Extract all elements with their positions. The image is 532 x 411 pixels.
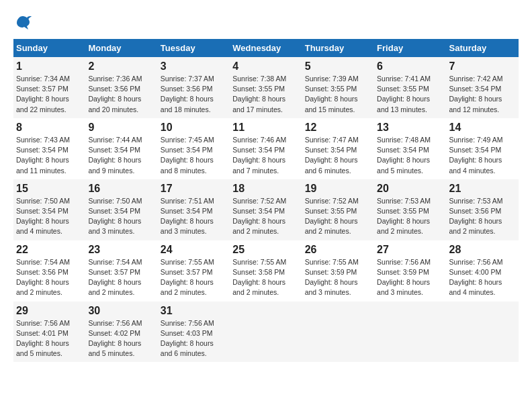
logo	[13, 13, 35, 32]
calendar-table: SundayMondayTuesdayWednesdayThursdayFrid…	[13, 39, 519, 362]
day-info: Sunrise: 7:48 AM Sunset: 3:54 PM Dayligh…	[377, 135, 443, 176]
day-number: 4	[232, 60, 299, 73]
day-number: 26	[305, 244, 371, 256]
day-info: Sunrise: 7:56 AM Sunset: 4:03 PM Dayligh…	[161, 318, 227, 359]
day-number: 20	[377, 183, 443, 195]
calendar-week-4: 22Sunrise: 7:54 AM Sunset: 3:56 PM Dayli…	[13, 240, 519, 302]
weekday-header-tuesday: Tuesday	[158, 39, 230, 57]
calendar-cell	[447, 302, 519, 363]
day-info: Sunrise: 7:51 AM Sunset: 3:54 PM Dayligh…	[161, 196, 227, 237]
day-number: 10	[161, 122, 227, 134]
weekday-header-friday: Friday	[374, 39, 446, 57]
calendar-cell	[230, 302, 302, 363]
calendar-cell: 2Sunrise: 7:36 AM Sunset: 3:56 PM Daylig…	[85, 57, 157, 118]
day-number: 2	[88, 60, 154, 73]
day-number: 23	[88, 244, 154, 256]
day-number: 25	[232, 244, 299, 256]
calendar-cell: 18Sunrise: 7:52 AM Sunset: 3:54 PM Dayli…	[230, 179, 302, 240]
calendar-cell: 23Sunrise: 7:54 AM Sunset: 3:57 PM Dayli…	[85, 240, 157, 302]
day-number: 31	[161, 305, 227, 317]
day-number: 28	[449, 244, 516, 256]
calendar-cell: 19Sunrise: 7:52 AM Sunset: 3:55 PM Dayli…	[302, 179, 374, 240]
weekday-header-sunday: Sunday	[13, 39, 85, 57]
day-info: Sunrise: 7:37 AM Sunset: 3:56 PM Dayligh…	[161, 74, 227, 115]
day-number: 16	[88, 183, 154, 195]
calendar-cell: 25Sunrise: 7:55 AM Sunset: 3:58 PM Dayli…	[230, 240, 302, 302]
calendar-cell: 13Sunrise: 7:48 AM Sunset: 3:54 PM Dayli…	[374, 118, 446, 179]
calendar-cell: 24Sunrise: 7:55 AM Sunset: 3:57 PM Dayli…	[158, 240, 230, 302]
calendar-cell: 11Sunrise: 7:46 AM Sunset: 3:54 PM Dayli…	[230, 118, 302, 179]
day-number: 29	[16, 305, 83, 317]
day-info: Sunrise: 7:56 AM Sunset: 4:01 PM Dayligh…	[16, 318, 83, 359]
calendar-cell: 14Sunrise: 7:49 AM Sunset: 3:54 PM Dayli…	[447, 118, 519, 179]
calendar-cell: 9Sunrise: 7:44 AM Sunset: 3:54 PM Daylig…	[85, 118, 157, 179]
day-number: 7	[449, 60, 516, 73]
day-number: 17	[161, 183, 227, 195]
calendar-week-5: 29Sunrise: 7:56 AM Sunset: 4:01 PM Dayli…	[13, 302, 519, 363]
calendar-cell: 8Sunrise: 7:43 AM Sunset: 3:54 PM Daylig…	[13, 118, 85, 179]
calendar-cell: 16Sunrise: 7:50 AM Sunset: 3:54 PM Dayli…	[85, 179, 157, 240]
day-info: Sunrise: 7:53 AM Sunset: 3:55 PM Dayligh…	[377, 196, 443, 237]
day-info: Sunrise: 7:49 AM Sunset: 3:54 PM Dayligh…	[449, 135, 516, 176]
calendar-cell: 7Sunrise: 7:42 AM Sunset: 3:54 PM Daylig…	[447, 57, 519, 118]
calendar-cell: 28Sunrise: 7:56 AM Sunset: 4:00 PM Dayli…	[447, 240, 519, 302]
calendar-cell: 21Sunrise: 7:53 AM Sunset: 3:56 PM Dayli…	[447, 179, 519, 240]
calendar-week-1: 1Sunrise: 7:34 AM Sunset: 3:57 PM Daylig…	[13, 57, 519, 118]
day-info: Sunrise: 7:54 AM Sunset: 3:56 PM Dayligh…	[16, 257, 83, 298]
calendar-cell: 4Sunrise: 7:38 AM Sunset: 3:55 PM Daylig…	[230, 57, 302, 118]
calendar-cell: 3Sunrise: 7:37 AM Sunset: 3:56 PM Daylig…	[158, 57, 230, 118]
day-info: Sunrise: 7:46 AM Sunset: 3:54 PM Dayligh…	[232, 135, 299, 176]
day-number: 18	[232, 183, 299, 195]
calendar-cell: 29Sunrise: 7:56 AM Sunset: 4:01 PM Dayli…	[13, 302, 85, 363]
day-number: 5	[305, 60, 371, 73]
day-info: Sunrise: 7:50 AM Sunset: 3:54 PM Dayligh…	[88, 196, 154, 237]
calendar-cell: 22Sunrise: 7:54 AM Sunset: 3:56 PM Dayli…	[13, 240, 85, 302]
day-info: Sunrise: 7:52 AM Sunset: 3:55 PM Dayligh…	[305, 196, 371, 237]
day-info: Sunrise: 7:54 AM Sunset: 3:57 PM Dayligh…	[88, 257, 154, 298]
weekday-header-monday: Monday	[85, 39, 157, 57]
calendar-cell: 10Sunrise: 7:45 AM Sunset: 3:54 PM Dayli…	[158, 118, 230, 179]
calendar-cell: 26Sunrise: 7:55 AM Sunset: 3:59 PM Dayli…	[302, 240, 374, 302]
day-info: Sunrise: 7:41 AM Sunset: 3:55 PM Dayligh…	[377, 74, 443, 115]
day-info: Sunrise: 7:55 AM Sunset: 3:59 PM Dayligh…	[305, 257, 371, 298]
day-number: 30	[88, 305, 154, 317]
day-info: Sunrise: 7:38 AM Sunset: 3:55 PM Dayligh…	[232, 74, 299, 115]
calendar-cell: 17Sunrise: 7:51 AM Sunset: 3:54 PM Dayli…	[158, 179, 230, 240]
calendar-cell: 5Sunrise: 7:39 AM Sunset: 3:55 PM Daylig…	[302, 57, 374, 118]
day-number: 27	[377, 244, 443, 256]
day-info: Sunrise: 7:56 AM Sunset: 4:00 PM Dayligh…	[449, 257, 516, 298]
day-info: Sunrise: 7:56 AM Sunset: 3:59 PM Dayligh…	[377, 257, 443, 298]
day-number: 19	[305, 183, 371, 195]
day-info: Sunrise: 7:47 AM Sunset: 3:54 PM Dayligh…	[305, 135, 371, 176]
day-info: Sunrise: 7:52 AM Sunset: 3:54 PM Dayligh…	[232, 196, 299, 237]
calendar-cell: 27Sunrise: 7:56 AM Sunset: 3:59 PM Dayli…	[374, 240, 446, 302]
day-info: Sunrise: 7:45 AM Sunset: 3:54 PM Dayligh…	[161, 135, 227, 176]
day-number: 11	[232, 122, 299, 134]
day-info: Sunrise: 7:39 AM Sunset: 3:55 PM Dayligh…	[305, 74, 371, 115]
calendar-cell: 15Sunrise: 7:50 AM Sunset: 3:54 PM Dayli…	[13, 179, 85, 240]
calendar-cell: 30Sunrise: 7:56 AM Sunset: 4:02 PM Dayli…	[85, 302, 157, 363]
day-number: 3	[161, 60, 227, 73]
calendar-cell	[302, 302, 374, 363]
calendar-week-2: 8Sunrise: 7:43 AM Sunset: 3:54 PM Daylig…	[13, 118, 519, 179]
day-number: 6	[377, 60, 443, 73]
weekday-header-thursday: Thursday	[302, 39, 374, 57]
weekday-header-saturday: Saturday	[447, 39, 519, 57]
weekday-header-wednesday: Wednesday	[230, 39, 302, 57]
day-number: 1	[16, 60, 83, 73]
day-info: Sunrise: 7:44 AM Sunset: 3:54 PM Dayligh…	[88, 135, 154, 176]
calendar-cell: 31Sunrise: 7:56 AM Sunset: 4:03 PM Dayli…	[158, 302, 230, 363]
calendar-cell: 12Sunrise: 7:47 AM Sunset: 3:54 PM Dayli…	[302, 118, 374, 179]
day-info: Sunrise: 7:55 AM Sunset: 3:58 PM Dayligh…	[232, 257, 299, 298]
day-number: 21	[449, 183, 516, 195]
day-info: Sunrise: 7:55 AM Sunset: 3:57 PM Dayligh…	[161, 257, 227, 298]
day-info: Sunrise: 7:42 AM Sunset: 3:54 PM Dayligh…	[449, 74, 516, 115]
day-info: Sunrise: 7:56 AM Sunset: 4:02 PM Dayligh…	[88, 318, 154, 359]
day-number: 9	[88, 122, 154, 134]
day-info: Sunrise: 7:43 AM Sunset: 3:54 PM Dayligh…	[16, 135, 83, 176]
calendar-cell	[374, 302, 446, 363]
day-number: 8	[16, 122, 83, 134]
day-info: Sunrise: 7:53 AM Sunset: 3:56 PM Dayligh…	[449, 196, 516, 237]
calendar-week-3: 15Sunrise: 7:50 AM Sunset: 3:54 PM Dayli…	[13, 179, 519, 240]
calendar-cell: 20Sunrise: 7:53 AM Sunset: 3:55 PM Dayli…	[374, 179, 446, 240]
